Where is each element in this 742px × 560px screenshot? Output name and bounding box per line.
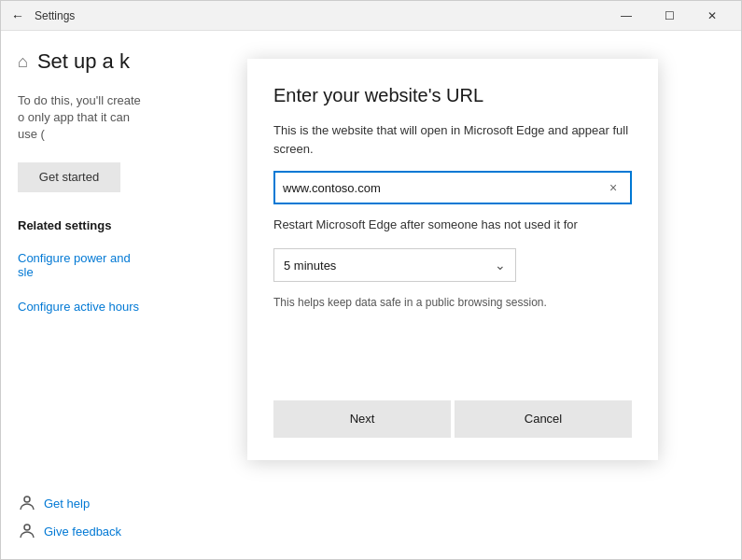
spacer (273, 324, 632, 380)
get-help-link[interactable]: Get help (18, 494, 147, 512)
next-button[interactable]: Next (273, 400, 451, 438)
settings-window: ← Settings — ☐ ✕ ⌂ Set up a k To do this… (0, 0, 742, 560)
get-help-label: Get help (44, 497, 90, 511)
get-started-button[interactable]: Get started (18, 162, 120, 192)
dialog-buttons: Next Cancel (273, 400, 632, 438)
dialog-title: Enter your website's URL (273, 85, 632, 106)
dropdown-value: 5 minutes (284, 259, 495, 273)
svg-point-0 (24, 497, 30, 502)
configure-active-hours-link[interactable]: Configure active hours (18, 300, 147, 314)
give-feedback-label: Give feedback (44, 525, 121, 539)
helper-text: This helps keep data safe in a public br… (273, 295, 632, 311)
related-settings-heading: Related settings (18, 218, 147, 232)
maximize-button[interactable]: ☐ (648, 1, 691, 31)
titlebar: ← Settings — ☐ ✕ (1, 1, 741, 31)
home-icon: ⌂ (18, 52, 28, 72)
give-feedback-icon (18, 522, 36, 540)
window-controls: — ☐ ✕ (605, 1, 734, 31)
bottom-links: Get help Give feedback (18, 494, 147, 540)
url-dialog: Enter your website's URL This is the web… (247, 59, 658, 460)
window-title: Settings (35, 9, 605, 22)
page-description: To do this, you'll create o only app tha… (18, 92, 147, 144)
close-button[interactable]: ✕ (691, 1, 734, 31)
configure-power-link[interactable]: Configure power and sle (18, 251, 147, 279)
dialog-description: This is the website that will open in Mi… (273, 121, 632, 158)
url-input-container: × (273, 171, 632, 204)
svg-point-1 (24, 525, 30, 530)
page-header: ⌂ Set up a k (18, 49, 147, 74)
back-button[interactable]: ← (8, 7, 27, 25)
content-area: ⌂ Set up a k To do this, you'll create o… (1, 31, 741, 559)
minimize-button[interactable]: — (605, 1, 648, 31)
page-title: Set up a k (37, 49, 130, 74)
cancel-button[interactable]: Cancel (455, 400, 632, 438)
left-panel: ⌂ Set up a k To do this, you'll create o… (1, 31, 164, 559)
dropdown-arrow-icon: ⌄ (495, 258, 506, 273)
clear-url-button[interactable]: × (604, 178, 623, 197)
dialog-overlay: Enter your website's URL This is the web… (164, 49, 741, 559)
give-feedback-link[interactable]: Give feedback (18, 522, 147, 540)
url-input[interactable] (283, 181, 604, 195)
restart-dropdown[interactable]: 5 minutes ⌄ (273, 248, 516, 282)
restart-label: Restart Microsoft Edge after someone has… (273, 217, 632, 231)
get-help-icon (18, 494, 36, 512)
